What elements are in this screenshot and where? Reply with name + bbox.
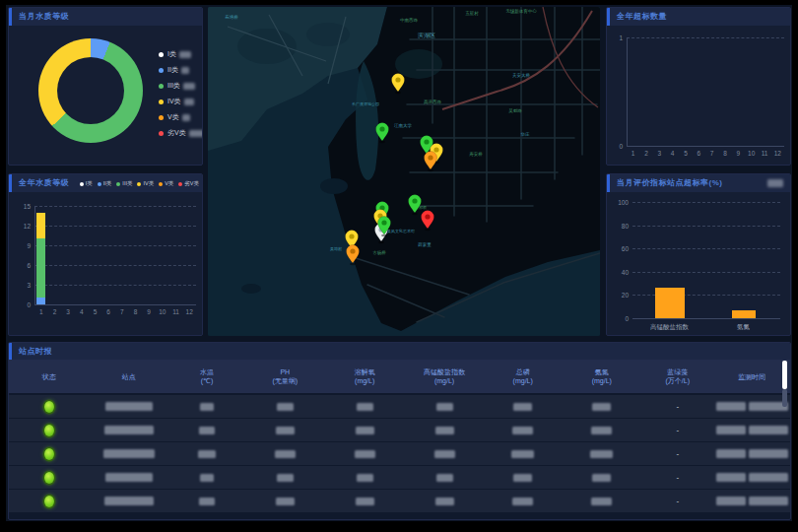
cell-nh3n xyxy=(562,403,641,411)
cell-dissolved_oxygen xyxy=(324,403,405,411)
map-pin-icon[interactable] xyxy=(433,147,438,152)
legend-value-redacted xyxy=(179,51,191,58)
table-row[interactable]: - xyxy=(9,395,790,418)
legend-dot-icon xyxy=(159,68,164,73)
cell-algae: - xyxy=(641,449,713,458)
time-value-redacted xyxy=(749,497,788,505)
y-axis-line xyxy=(34,206,35,304)
map-pin-icon[interactable] xyxy=(428,155,432,160)
gridline xyxy=(627,37,784,38)
map-canvas[interactable]: 石塘桥无锡新体育中心中南西路滨湖区五星村高浪西路江南大学吴都路寿安桥华庄长广溪湿… xyxy=(208,7,600,336)
map-park xyxy=(395,49,442,79)
map-place-label: 古杨桥 xyxy=(372,250,386,255)
stacked-bar-segment-IV类 xyxy=(36,213,45,239)
cell-time xyxy=(713,402,790,411)
ph-value-redacted xyxy=(277,403,294,411)
y-tick-label: 15 xyxy=(24,203,31,210)
panel-month-rate: 当月评价指标站点超标率(%) 020406080100高锰酸盐指数氨氮 xyxy=(606,173,791,336)
dissolved_oxygen-value-redacted xyxy=(356,427,374,434)
cell-status xyxy=(9,472,90,484)
cell-water_temp xyxy=(168,474,246,482)
legend-label: III类 xyxy=(167,81,180,91)
legend-item-劣V类[interactable]: 劣V类 xyxy=(159,128,203,138)
dissolved_oxygen-value-redacted xyxy=(357,403,373,411)
total_p-value-redacted xyxy=(513,474,532,482)
map-place-label: 江南大学 xyxy=(394,123,413,128)
legend-item-IV类[interactable]: IV类 xyxy=(159,97,203,106)
x-tick-label: 10 xyxy=(159,308,166,315)
cell-nh3n xyxy=(562,427,641,434)
map-pin-icon[interactable] xyxy=(379,126,384,131)
map-pin-icon[interactable] xyxy=(381,220,386,225)
dissolved_oxygen-value-redacted xyxy=(355,450,375,458)
x-tick-label: 9 xyxy=(147,308,151,315)
legend-label: 劣V类 xyxy=(167,128,186,138)
map-place-label: 薛家里 xyxy=(418,242,432,247)
y-tick-label: 60 xyxy=(622,245,629,252)
nh3n-value-redacted xyxy=(591,498,612,505)
y-tick-label: 9 xyxy=(27,242,31,249)
ph-value-redacted xyxy=(276,427,295,434)
map-pin-icon[interactable] xyxy=(412,198,417,203)
algae-value: - xyxy=(676,497,679,505)
total_p-value-redacted xyxy=(512,498,533,505)
x-tick-label: 2 xyxy=(644,150,648,157)
map-pin-icon[interactable] xyxy=(425,214,430,219)
status-ok-icon xyxy=(44,496,54,507)
gridline xyxy=(632,202,780,203)
table-scrollbar-track[interactable] xyxy=(782,389,787,407)
x-axis-line xyxy=(632,318,780,319)
map-pin-icon[interactable] xyxy=(424,139,429,144)
station-value-redacted xyxy=(104,426,154,434)
cell-status xyxy=(9,401,90,413)
column-header-溶解氧: 溶解氧(mg/L) xyxy=(324,367,405,385)
map-pin-icon[interactable] xyxy=(349,233,354,238)
map-place-label: 吴风文化艺术馆 xyxy=(387,229,415,233)
legend-item-I类[interactable]: I类 xyxy=(159,49,203,59)
table-scrollbar-thumb[interactable] xyxy=(782,361,787,389)
cell-codmn xyxy=(405,403,484,411)
map-pin-icon[interactable] xyxy=(350,248,355,253)
legend-item-V类[interactable]: V类 xyxy=(159,112,203,122)
legend-value-redacted xyxy=(181,67,189,74)
water_temp-value-redacted xyxy=(199,498,215,505)
x-tick-label: 10 xyxy=(748,150,755,157)
x-tick-label: 1 xyxy=(39,308,43,315)
map-island xyxy=(241,284,261,294)
map-place-label: 无锡新体育中心 xyxy=(505,8,537,14)
cell-ph xyxy=(245,450,324,458)
nh3n-value-redacted xyxy=(591,427,612,434)
x-tick-label: 6 xyxy=(698,150,701,157)
legend-value-redacted xyxy=(183,83,195,90)
table-row[interactable]: - xyxy=(9,442,790,465)
map-water-inlet xyxy=(237,29,297,64)
year-exceed-chart: 01123456789101112 xyxy=(607,8,790,165)
table-row[interactable]: - xyxy=(9,490,790,512)
map[interactable]: 石塘桥无锡新体育中心中南西路滨湖区五星村高浪西路江南大学吴都路寿安桥华庄长广溪湿… xyxy=(208,7,600,336)
codmn-value-redacted xyxy=(436,403,453,411)
y-tick-label: 20 xyxy=(622,292,629,299)
gridline xyxy=(632,248,780,249)
map-place-label: 华庄 xyxy=(521,132,531,137)
x-tick-label: 12 xyxy=(186,308,193,315)
cell-codmn xyxy=(405,427,484,434)
cell-nh3n xyxy=(562,450,641,458)
legend-item-III类[interactable]: III类 xyxy=(159,81,203,91)
time-value-redacted xyxy=(716,426,746,434)
legend-dot-icon xyxy=(159,84,164,89)
legend-dot-icon xyxy=(159,52,164,57)
table-row[interactable]: - xyxy=(9,419,790,441)
y-axis-line xyxy=(627,37,628,146)
algae-value: - xyxy=(676,473,679,482)
legend-item-II类[interactable]: II类 xyxy=(159,65,203,75)
x-tick-label: 7 xyxy=(710,150,714,157)
nh3n-value-redacted xyxy=(592,403,611,411)
table-row[interactable]: - xyxy=(9,466,790,489)
cell-total_p xyxy=(484,498,562,505)
gridline xyxy=(632,272,780,273)
dashboard: 当月水质等级 I类II类III类IV类V类劣V类 全年水质等级 I类II类III… xyxy=(0,0,798,532)
y-tick-label: 1 xyxy=(619,34,623,41)
table-header-row: 状态站点水温(℃)PH(无量纲)溶解氧(mg/L)高锰酸盐指数(mg/L)总磷(… xyxy=(9,360,790,393)
map-pin-icon[interactable] xyxy=(395,77,400,82)
cell-algae: - xyxy=(641,497,713,505)
